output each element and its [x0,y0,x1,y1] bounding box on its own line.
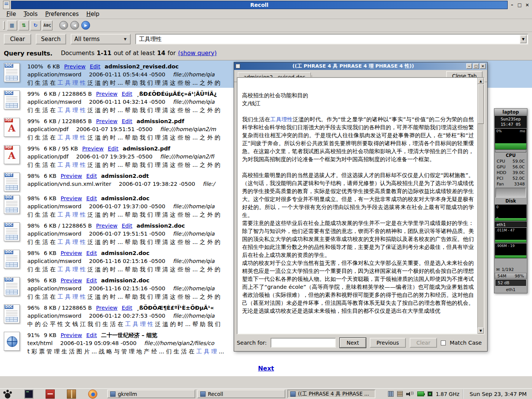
menu-tools[interactable]: Tools [20,10,41,18]
nav-forward-icon[interactable]: ▶ [81,21,90,30]
preview-link[interactable]: Preview [61,172,82,180]
edit-link[interactable]: Edit [122,117,132,125]
scrollbar-thumb[interactable] [478,84,484,124]
next-page-link[interactable]: Next [258,365,274,372]
results-table-icon[interactable]: ▦ [7,21,17,30]
edit-link[interactable]: Edit [86,276,97,285]
firefox-launcher-icon[interactable] [88,390,97,399]
preview-minimize-button[interactable]: – [466,63,472,69]
speaker-icon[interactable]: )) [406,391,414,397]
preview-titlebar[interactable]: ((工 PHRASE 4 具 PHRASE 4 理 PHRASE 4 性)) –… [234,62,487,70]
package-launcher-icon[interactable] [67,390,76,399]
search-mode-select[interactable]: All terms ▼ [71,34,131,44]
term-explorer-icon[interactable]: ↻ [30,21,41,30]
terminal-launcher-icon[interactable] [24,390,33,399]
doc-file-icon: DOC [4,90,20,109]
window-icon [200,391,206,397]
snippet-text: 们 生 活 在 [27,107,57,114]
preview-link[interactable]: Preview [64,62,86,71]
power-icon[interactable] [417,391,424,396]
menu-preferences[interactable]: Preferences [42,10,82,18]
toolbar-drag-handle[interactable] [3,21,5,30]
doc-lines [6,201,17,206]
window-icon [290,391,296,397]
task-button[interactable]: ((工 PHRASE 4 具 PHRASE ... [287,390,375,398]
query-input[interactable]: 工具理性 ▼ [135,34,528,44]
preview-link[interactable]: Preview [96,117,117,125]
html-file-icon [4,332,20,351]
toolbar: ▦⇅↻ÂBÇ ◀◀▶ [0,19,532,32]
paw-launcher-icon[interactable] [3,390,12,399]
result-url: file:///home/qia [173,285,215,293]
find-input[interactable] [271,338,336,348]
clear-button[interactable]: Clear [4,34,31,44]
preview-link[interactable]: Preview [61,249,82,257]
menu-file[interactable]: File [3,10,19,18]
cpu-load-value: 0% [496,129,502,133]
snippet-text: 们 生 活 在 [27,79,57,86]
edit-link[interactable]: Edit [122,222,132,230]
edit-link[interactable]: Edit [90,62,100,71]
task-button[interactable]: gkrellm [107,390,195,398]
preview-close-button[interactable]: × [480,63,486,69]
minimize-button[interactable]: – [509,1,515,9]
show-query-link[interactable]: (show query) [178,50,217,57]
preview-window-menu-icon[interactable] [236,64,240,68]
edit-link[interactable]: Edit [86,331,97,339]
preview-link[interactable]: Preview [61,331,82,339]
preview-link[interactable]: Preview [61,276,82,285]
edit-link[interactable]: Edit [122,90,132,98]
launcher-icons [3,390,97,399]
result-relevance: 91% [27,331,40,339]
query-text: 工具理性 [139,36,162,43]
preview-link[interactable]: Preview [96,304,117,312]
doc-lines [6,97,17,102]
file-type-tag: DOC [5,91,13,95]
matched-term: 工 具 理 性 [57,134,86,141]
result-file-icon: PDFA [4,144,27,169]
doc-file-icon: DOC [4,304,20,323]
edit-link[interactable]: Edit [122,304,132,312]
edit-link[interactable]: Edit [86,172,97,180]
close-button[interactable]: × [524,1,530,9]
sort-order-icon[interactable]: ⇅ [19,21,29,30]
spellcheck-icon[interactable]: ÂBÇ [42,21,52,30]
file-type-tag: DOC [5,196,13,200]
preview-maximize-button[interactable]: □ [473,63,479,69]
preview-link[interactable]: Preview [96,90,117,98]
cpu-chart-label: mo [520,129,525,133]
edit-link[interactable]: Edit [86,194,97,203]
preview-doc: 高校招生的社会功能和目的文/钱江我们生活在工具理性泛滥的时代。作为“世之显学”的… [242,78,474,334]
menu-help[interactable]: Help [83,10,103,18]
red-app-launcher-icon[interactable] [46,390,55,399]
match-case-checkbox[interactable] [441,340,446,345]
query-history-chevron-icon[interactable]: ▼ [520,35,527,43]
nav-back-icon[interactable]: ◀ [59,21,68,30]
layout-indicator-icon[interactable] [397,391,403,397]
pdf-file-icon: PDFA [4,145,20,164]
task-buttons: gkrellmRecoll((工 PHRASE 4 具 PHRASE ... [107,390,375,398]
preview-scrollbar[interactable]: ▲ ▼ [477,78,484,334]
nav-back-page-icon[interactable]: ◀ [70,21,79,30]
result-url: file:///home/qia [173,312,215,320]
search-button[interactable]: Search [36,34,66,44]
preview-link[interactable]: Preview [96,222,117,230]
sensor-row: HDD39.0C [494,170,527,176]
scroll-down-icon[interactable]: ▼ [478,328,484,334]
task-button[interactable]: Recoll [197,390,285,398]
volume-row: 52 dB [496,280,526,286]
find-previous-button[interactable]: Previous [370,338,406,348]
find-next-button[interactable]: Next [340,338,366,348]
doc-table [6,103,18,108]
sensor-label: GPU [497,164,505,170]
preview-link[interactable]: Preview [61,194,82,203]
edit-link[interactable]: Edit [108,144,119,153]
keyboard-indicator-icon[interactable] [388,391,394,397]
doc-file-icon: DOC [4,222,20,241]
result-url: file:///home/qian2/fi [160,153,214,161]
edit-link[interactable]: Edit [86,249,97,257]
maximize-button[interactable]: □ [516,1,523,9]
preview-link[interactable]: Preview [82,144,103,153]
scroll-up-icon[interactable]: ▲ [478,78,484,84]
window-menu-icon[interactable] [3,1,10,9]
